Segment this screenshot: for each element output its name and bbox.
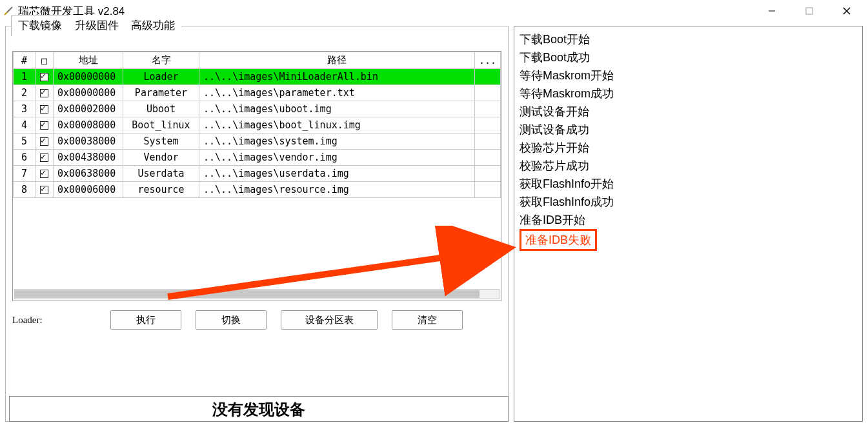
- cell-num: 7: [14, 166, 35, 182]
- maximize-button[interactable]: [791, 2, 828, 20]
- cell-path: ..\..\images\MiniLoaderAll.bin: [199, 69, 475, 85]
- table-row[interactable]: 40x00008000Boot_linux..\..\images\boot_l…: [14, 117, 501, 134]
- log-line: 测试设备成功: [520, 121, 857, 139]
- log-line: 等待Maskrom成功: [520, 84, 857, 103]
- cell-num: 1: [14, 69, 35, 85]
- cell-dots[interactable]: [474, 182, 500, 198]
- cell-dots[interactable]: [474, 69, 500, 85]
- cell-num: 4: [14, 117, 35, 134]
- log-line: 获取FlashInfo开始: [520, 175, 857, 193]
- col-addr[interactable]: 地址: [54, 52, 123, 69]
- cell-chk[interactable]: [35, 69, 54, 85]
- cell-num: 3: [14, 101, 35, 117]
- log-line: 测试设备开始: [520, 103, 857, 121]
- tab-upgrade[interactable]: 升级固件: [68, 15, 125, 36]
- partition-table-wrap: # □ 地址 名字 路径 ... 10x00000000Loader..\..\…: [12, 51, 501, 301]
- loader-label: Loader:: [12, 315, 96, 326]
- partition-table: # □ 地址 名字 路径 ... 10x00000000Loader..\..\…: [13, 52, 501, 198]
- checkbox-icon[interactable]: [40, 137, 48, 146]
- log-line: 下载Boot成功: [520, 48, 857, 66]
- cell-num: 6: [14, 150, 35, 166]
- table-row[interactable]: 80x00006000resource..\..\images\resource…: [14, 182, 501, 198]
- status-bar: 没有发现设备: [9, 396, 509, 422]
- button-row: Loader: 执行 切换 设备分区表 清空: [12, 310, 501, 330]
- table-row[interactable]: 10x00000000Loader..\..\images\MiniLoader…: [14, 69, 501, 85]
- cell-addr: 0x00000000: [54, 85, 123, 101]
- cell-name: Uboot: [123, 101, 199, 117]
- checkbox-icon[interactable]: [40, 105, 48, 114]
- log-line: 获取FlashInfo成功: [520, 193, 857, 211]
- cell-path: ..\..\images\userdata.img: [199, 166, 475, 182]
- cell-chk[interactable]: [35, 166, 54, 182]
- cell-addr: 0x00038000: [54, 134, 123, 150]
- cell-addr: 0x00002000: [54, 101, 123, 117]
- cell-chk[interactable]: [35, 85, 54, 101]
- cell-name: resource: [123, 182, 199, 198]
- cell-name: Boot_linux: [123, 117, 199, 134]
- close-button[interactable]: [828, 2, 865, 20]
- cell-name: System: [123, 134, 199, 150]
- cell-addr: 0x00006000: [54, 182, 123, 198]
- table-row[interactable]: 70x00638000Userdata..\..\images\userdata…: [14, 166, 501, 182]
- table-row[interactable]: 30x00002000Uboot..\..\images\uboot.img: [14, 101, 501, 117]
- col-name[interactable]: 名字: [123, 52, 199, 69]
- cell-chk[interactable]: [35, 101, 54, 117]
- switch-button[interactable]: 切换: [196, 310, 267, 330]
- cell-path: ..\..\images\system.img: [199, 134, 475, 150]
- cell-dots[interactable]: [474, 101, 500, 117]
- log-line: 等待Maskrom开始: [520, 66, 857, 84]
- cell-addr: 0x00438000: [54, 150, 123, 166]
- tabs: 下载镜像 升级固件 高级功能: [11, 15, 181, 36]
- cell-dots[interactable]: [474, 166, 500, 182]
- log-panel: 下载Boot开始下载Boot成功等待Maskrom开始等待Maskrom成功测试…: [514, 26, 863, 422]
- log-line-error: 准备IDB失败: [520, 229, 857, 251]
- log-line: 下载Boot开始: [520, 30, 857, 48]
- cell-path: ..\..\images\uboot.img: [199, 101, 475, 117]
- cell-num: 8: [14, 182, 35, 198]
- log-line: 校验芯片开始: [520, 139, 857, 157]
- checkbox-icon[interactable]: [40, 154, 48, 162]
- col-num[interactable]: #: [14, 52, 35, 69]
- cell-path: ..\..\images\resource.img: [199, 182, 475, 198]
- cell-dots[interactable]: [474, 134, 500, 150]
- partition-button[interactable]: 设备分区表: [281, 310, 378, 330]
- cell-chk[interactable]: [35, 182, 54, 198]
- cell-dots[interactable]: [474, 85, 500, 101]
- table-row[interactable]: 60x00438000Vendor..\..\images\vendor.img: [14, 150, 501, 166]
- checkbox-icon[interactable]: [40, 186, 48, 194]
- checkbox-icon[interactable]: [40, 89, 48, 97]
- col-path[interactable]: 路径: [199, 52, 475, 69]
- cell-dots[interactable]: [474, 117, 500, 134]
- log-line: 校验芯片成功: [520, 157, 857, 175]
- cell-chk[interactable]: [35, 134, 54, 150]
- checkbox-icon[interactable]: [40, 170, 48, 178]
- cell-num: 2: [14, 85, 35, 101]
- cell-name: Userdata: [123, 166, 199, 182]
- cell-path: ..\..\images\parameter.txt: [199, 85, 475, 101]
- cell-name: Parameter: [123, 85, 199, 101]
- cell-num: 5: [14, 134, 35, 150]
- cell-name: Loader: [123, 69, 199, 85]
- cell-dots[interactable]: [474, 150, 500, 166]
- minimize-button[interactable]: [753, 2, 791, 20]
- svg-line-1: [7, 7, 12, 12]
- cell-path: ..\..\images\boot_linux.img: [199, 117, 475, 134]
- clear-button[interactable]: 清空: [392, 310, 463, 330]
- cell-addr: 0x00000000: [54, 69, 123, 85]
- checkbox-icon[interactable]: [40, 73, 48, 81]
- tab-advanced[interactable]: 高级功能: [125, 15, 181, 36]
- cell-chk[interactable]: [35, 150, 54, 166]
- execute-button[interactable]: 执行: [110, 310, 181, 330]
- col-dots[interactable]: ...: [474, 52, 500, 69]
- cell-chk[interactable]: [35, 117, 54, 134]
- cell-path: ..\..\images\vendor.img: [199, 150, 475, 166]
- checkbox-icon[interactable]: [40, 121, 48, 130]
- horizontal-scrollbar[interactable]: [14, 289, 500, 299]
- tab-download[interactable]: 下载镜像: [11, 15, 69, 36]
- cell-addr: 0x00638000: [54, 166, 123, 182]
- table-row[interactable]: 50x00038000System..\..\images\system.img: [14, 134, 501, 150]
- col-chk[interactable]: □: [35, 52, 54, 69]
- table-row[interactable]: 20x00000000Parameter..\..\images\paramet…: [14, 85, 501, 101]
- log-line: 准备IDB开始: [520, 211, 857, 229]
- cell-addr: 0x00008000: [54, 117, 123, 134]
